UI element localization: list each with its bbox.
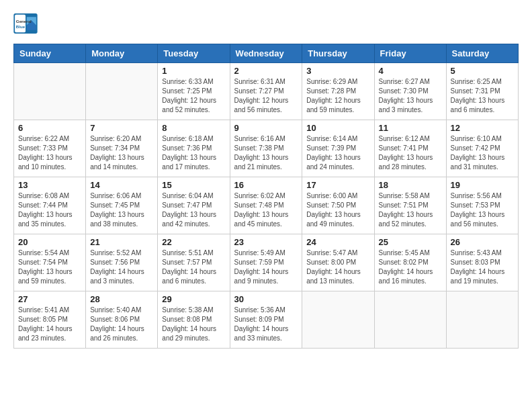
day-info: Sunrise: 5:56 AM Sunset: 7:53 PM Dayligh… — [451, 191, 514, 229]
day-number: 24 — [306, 237, 369, 247]
day-cell: 7Sunrise: 6:20 AM Sunset: 7:34 PM Daylig… — [86, 120, 158, 177]
day-number: 16 — [234, 180, 298, 190]
day-cell — [302, 291, 374, 349]
day-cell: 11Sunrise: 6:12 AM Sunset: 7:41 PM Dayli… — [374, 120, 446, 177]
day-number: 26 — [451, 237, 514, 247]
day-cell: 12Sunrise: 6:10 AM Sunset: 7:42 PM Dayli… — [446, 120, 518, 177]
day-info: Sunrise: 6:31 AM Sunset: 7:27 PM Dayligh… — [234, 77, 298, 115]
day-cell: 6Sunrise: 6:22 AM Sunset: 7:33 PM Daylig… — [14, 120, 86, 177]
day-number: 9 — [234, 123, 298, 133]
day-cell: 2Sunrise: 6:31 AM Sunset: 7:27 PM Daylig… — [230, 63, 302, 120]
day-info: Sunrise: 6:10 AM Sunset: 7:42 PM Dayligh… — [451, 134, 514, 172]
header-monday: Monday — [86, 44, 158, 63]
day-info: Sunrise: 5:40 AM Sunset: 8:06 PM Dayligh… — [90, 306, 153, 343]
day-cell: 30Sunrise: 5:36 AM Sunset: 8:09 PM Dayli… — [230, 291, 302, 349]
day-info: Sunrise: 5:36 AM Sunset: 8:09 PM Dayligh… — [234, 306, 298, 343]
day-cell — [14, 63, 86, 120]
day-info: Sunrise: 5:54 AM Sunset: 7:54 PM Dayligh… — [18, 248, 81, 286]
day-info: Sunrise: 5:52 AM Sunset: 7:56 PM Dayligh… — [90, 248, 153, 286]
day-number: 7 — [90, 123, 153, 133]
day-info: Sunrise: 6:16 AM Sunset: 7:38 PM Dayligh… — [234, 134, 298, 172]
day-cell: 24Sunrise: 5:47 AM Sunset: 8:00 PM Dayli… — [302, 234, 374, 291]
day-cell: 19Sunrise: 5:56 AM Sunset: 7:53 PM Dayli… — [446, 177, 518, 234]
day-info: Sunrise: 6:22 AM Sunset: 7:33 PM Dayligh… — [18, 134, 81, 172]
day-info: Sunrise: 5:41 AM Sunset: 8:05 PM Dayligh… — [18, 306, 81, 343]
day-info: Sunrise: 6:27 AM Sunset: 7:30 PM Dayligh… — [379, 77, 442, 115]
day-number: 14 — [90, 180, 153, 190]
day-cell: 13Sunrise: 6:08 AM Sunset: 7:44 PM Dayli… — [14, 177, 86, 234]
header-thursday: Thursday — [302, 44, 374, 63]
day-cell: 27Sunrise: 5:41 AM Sunset: 8:05 PM Dayli… — [14, 291, 86, 349]
svg-text:Blue: Blue — [16, 24, 26, 29]
day-cell: 4Sunrise: 6:27 AM Sunset: 7:30 PM Daylig… — [374, 63, 446, 120]
day-cell: 18Sunrise: 5:58 AM Sunset: 7:51 PM Dayli… — [374, 177, 446, 234]
day-number: 17 — [306, 180, 369, 190]
header-saturday: Saturday — [446, 44, 518, 63]
svg-text:General: General — [16, 19, 32, 24]
day-number: 4 — [379, 66, 442, 76]
header-wednesday: Wednesday — [230, 44, 302, 63]
day-cell: 15Sunrise: 6:04 AM Sunset: 7:47 PM Dayli… — [158, 177, 230, 234]
day-number: 30 — [234, 294, 298, 304]
day-number: 15 — [162, 180, 225, 190]
day-number: 10 — [306, 123, 369, 133]
day-cell: 23Sunrise: 5:49 AM Sunset: 7:59 PM Dayli… — [230, 234, 302, 291]
day-info: Sunrise: 5:43 AM Sunset: 8:03 PM Dayligh… — [451, 248, 514, 286]
day-number: 23 — [234, 237, 298, 247]
day-cell: 26Sunrise: 5:43 AM Sunset: 8:03 PM Dayli… — [446, 234, 518, 291]
day-cell: 21Sunrise: 5:52 AM Sunset: 7:56 PM Dayli… — [86, 234, 158, 291]
week-row-3: 13Sunrise: 6:08 AM Sunset: 7:44 PM Dayli… — [14, 177, 519, 234]
header-friday: Friday — [374, 44, 446, 63]
day-info: Sunrise: 6:04 AM Sunset: 7:47 PM Dayligh… — [162, 191, 225, 229]
day-info: Sunrise: 6:08 AM Sunset: 7:44 PM Dayligh… — [18, 191, 81, 229]
day-cell: 8Sunrise: 6:18 AM Sunset: 7:36 PM Daylig… — [158, 120, 230, 177]
day-number: 1 — [162, 66, 225, 76]
day-info: Sunrise: 6:00 AM Sunset: 7:50 PM Dayligh… — [306, 191, 369, 229]
week-row-5: 27Sunrise: 5:41 AM Sunset: 8:05 PM Dayli… — [14, 291, 519, 349]
day-cell: 25Sunrise: 5:45 AM Sunset: 8:02 PM Dayli… — [374, 234, 446, 291]
day-info: Sunrise: 6:29 AM Sunset: 7:28 PM Dayligh… — [306, 77, 369, 115]
day-number: 20 — [18, 237, 81, 247]
day-number: 5 — [451, 66, 514, 76]
day-info: Sunrise: 5:49 AM Sunset: 7:59 PM Dayligh… — [234, 248, 298, 286]
day-info: Sunrise: 5:47 AM Sunset: 8:00 PM Dayligh… — [306, 248, 369, 286]
day-info: Sunrise: 6:14 AM Sunset: 7:39 PM Dayligh… — [306, 134, 369, 172]
day-number: 28 — [90, 294, 153, 304]
day-info: Sunrise: 5:58 AM Sunset: 7:51 PM Dayligh… — [379, 191, 442, 229]
day-number: 19 — [451, 180, 514, 190]
day-cell: 20Sunrise: 5:54 AM Sunset: 7:54 PM Dayli… — [14, 234, 86, 291]
day-cell: 5Sunrise: 6:25 AM Sunset: 7:31 PM Daylig… — [446, 63, 518, 120]
day-info: Sunrise: 6:20 AM Sunset: 7:34 PM Dayligh… — [90, 134, 153, 172]
day-cell: 29Sunrise: 5:38 AM Sunset: 8:08 PM Dayli… — [158, 291, 230, 349]
day-number: 8 — [162, 123, 225, 133]
day-info: Sunrise: 5:38 AM Sunset: 8:08 PM Dayligh… — [162, 306, 225, 343]
calendar-table: Sunday Monday Tuesday Wednesday Thursday… — [13, 44, 519, 349]
day-number: 12 — [451, 123, 514, 133]
week-row-1: 1Sunrise: 6:33 AM Sunset: 7:25 PM Daylig… — [14, 63, 519, 120]
day-cell: 10Sunrise: 6:14 AM Sunset: 7:39 PM Dayli… — [302, 120, 374, 177]
day-cell: 1Sunrise: 6:33 AM Sunset: 7:25 PM Daylig… — [158, 63, 230, 120]
week-row-4: 20Sunrise: 5:54 AM Sunset: 7:54 PM Dayli… — [14, 234, 519, 291]
day-number: 11 — [379, 123, 442, 133]
logo: General Blue — [13, 13, 38, 34]
day-info: Sunrise: 6:33 AM Sunset: 7:25 PM Dayligh… — [162, 77, 225, 115]
day-number: 27 — [18, 294, 81, 304]
logo-icon: General Blue — [13, 13, 38, 34]
day-info: Sunrise: 5:45 AM Sunset: 8:02 PM Dayligh… — [379, 248, 442, 286]
day-number: 18 — [379, 180, 442, 190]
day-cell — [446, 291, 518, 349]
day-cell: 3Sunrise: 6:29 AM Sunset: 7:28 PM Daylig… — [302, 63, 374, 120]
day-info: Sunrise: 6:18 AM Sunset: 7:36 PM Dayligh… — [162, 134, 225, 172]
day-cell: 14Sunrise: 6:06 AM Sunset: 7:45 PM Dayli… — [86, 177, 158, 234]
day-info: Sunrise: 5:51 AM Sunset: 7:57 PM Dayligh… — [162, 248, 225, 286]
week-row-2: 6Sunrise: 6:22 AM Sunset: 7:33 PM Daylig… — [14, 120, 519, 177]
day-info: Sunrise: 6:06 AM Sunset: 7:45 PM Dayligh… — [90, 191, 153, 229]
day-cell — [86, 63, 158, 120]
day-cell — [374, 291, 446, 349]
weekday-header-row: Sunday Monday Tuesday Wednesday Thursday… — [14, 44, 519, 63]
header-sunday: Sunday — [14, 44, 86, 63]
day-number: 29 — [162, 294, 225, 304]
day-info: Sunrise: 6:02 AM Sunset: 7:48 PM Dayligh… — [234, 191, 298, 229]
day-number: 3 — [306, 66, 369, 76]
day-cell: 16Sunrise: 6:02 AM Sunset: 7:48 PM Dayli… — [230, 177, 302, 234]
